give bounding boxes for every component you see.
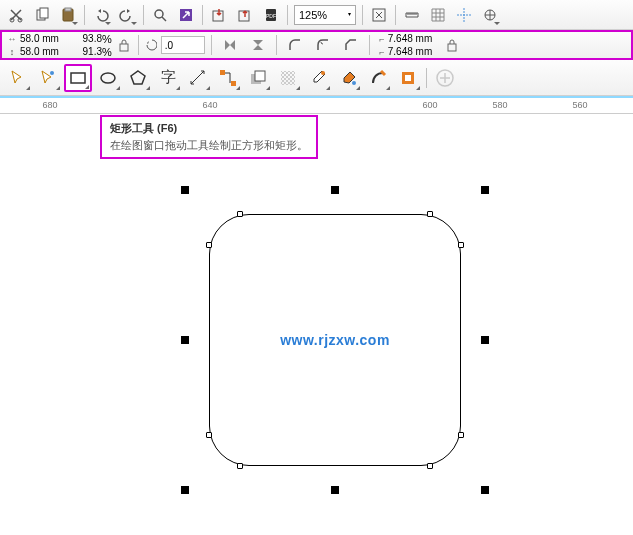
flyout-icon	[356, 86, 360, 90]
resize-handle-ne[interactable]	[481, 186, 489, 194]
zoom-combo[interactable]: ▾	[294, 5, 356, 25]
flyout-icon	[296, 86, 300, 90]
corner-node[interactable]	[206, 242, 212, 248]
text-icon: 字	[161, 68, 176, 87]
flyout-icon	[26, 86, 30, 90]
drawing-canvas[interactable]: www.rjzxw.com	[0, 130, 633, 535]
rulers-button[interactable]	[400, 3, 424, 27]
outline-tool[interactable]	[364, 64, 392, 92]
corner-node[interactable]	[206, 432, 212, 438]
corner-node[interactable]	[237, 211, 243, 217]
width-input[interactable]	[18, 33, 68, 44]
shape-tool[interactable]	[34, 64, 62, 92]
standard-toolbar: PDF ▾	[0, 0, 633, 30]
separator	[395, 5, 396, 25]
height-icon: ↕	[6, 46, 18, 58]
rotation-input[interactable]	[161, 36, 205, 54]
crop-tool[interactable]	[394, 64, 422, 92]
resize-handle-w[interactable]	[181, 336, 189, 344]
scale-x-input[interactable]	[72, 33, 102, 44]
fill-tool[interactable]	[334, 64, 362, 92]
resize-handle-e[interactable]	[481, 336, 489, 344]
guides-button[interactable]	[452, 3, 476, 27]
svg-rect-29	[405, 75, 411, 81]
corner-tr-input[interactable]	[388, 33, 440, 44]
fullscreen-button[interactable]	[367, 3, 391, 27]
flyout-icon	[326, 86, 330, 90]
svg-point-6	[155, 10, 163, 18]
add-tool-button[interactable]	[431, 64, 459, 92]
svg-rect-14	[120, 44, 128, 51]
redo-button[interactable]	[115, 3, 139, 27]
corner-br-input[interactable]	[388, 46, 440, 57]
separator	[202, 5, 203, 25]
copy-button[interactable]	[30, 3, 54, 27]
selected-shape[interactable]: www.rjzxw.com	[185, 190, 485, 490]
resize-handle-s[interactable]	[331, 486, 339, 494]
corner-node[interactable]	[458, 432, 464, 438]
svg-rect-5	[65, 8, 71, 11]
separator	[426, 68, 427, 88]
resize-handle-sw[interactable]	[181, 486, 189, 494]
corner-scallop-button[interactable]	[311, 33, 335, 57]
connector-tool[interactable]	[214, 64, 242, 92]
corner-node[interactable]	[427, 211, 433, 217]
flyout-icon	[176, 86, 180, 90]
polygon-tool[interactable]	[124, 64, 152, 92]
pick-tool[interactable]	[4, 64, 32, 92]
scale-group: % %	[72, 32, 112, 58]
corner-node[interactable]	[458, 242, 464, 248]
svg-text:PDF: PDF	[266, 13, 276, 19]
mirror-v-button[interactable]	[246, 33, 270, 57]
ruler-tick: 600	[422, 100, 437, 110]
rectangle-tool[interactable]	[64, 64, 92, 92]
corner-node[interactable]	[427, 463, 433, 469]
tooltip-title: 矩形工具 (F6)	[110, 121, 308, 136]
undo-button[interactable]	[89, 3, 113, 27]
chevron-down-icon	[494, 22, 500, 25]
resize-handle-se[interactable]	[481, 486, 489, 494]
flyout-icon	[206, 86, 210, 90]
launch-button[interactable]	[174, 3, 198, 27]
import-button[interactable]	[207, 3, 231, 27]
zoom-dropdown[interactable]: ▾	[343, 10, 355, 19]
scale-y-input[interactable]	[72, 46, 102, 57]
mirror-h-button[interactable]	[218, 33, 242, 57]
cut-button[interactable]	[4, 3, 28, 27]
eyedropper-tool[interactable]	[304, 64, 332, 92]
text-tool[interactable]: 字	[154, 64, 182, 92]
tooltip: 矩形工具 (F6) 在绘图窗口拖动工具绘制正方形和矩形。	[100, 115, 318, 159]
pdf-button[interactable]: PDF	[259, 3, 283, 27]
chevron-down-icon	[105, 22, 111, 25]
lock-ratio-button[interactable]	[116, 33, 132, 57]
flyout-icon	[85, 85, 89, 89]
snap-button[interactable]	[478, 3, 502, 27]
corner-tr-icon: ⌐	[376, 33, 388, 45]
paste-button[interactable]	[56, 3, 80, 27]
height-input[interactable]	[18, 46, 68, 57]
toolbox: 字	[0, 60, 633, 96]
svg-point-27	[352, 81, 356, 85]
grid-button[interactable]	[426, 3, 450, 27]
svg-point-26	[321, 71, 325, 75]
corner-node[interactable]	[237, 463, 243, 469]
zoom-input[interactable]	[295, 9, 343, 21]
corner-chamfer-button[interactable]	[339, 33, 363, 57]
ellipse-tool[interactable]	[94, 64, 122, 92]
resize-handle-nw[interactable]	[181, 186, 189, 194]
chevron-down-icon	[72, 22, 78, 25]
percent-label: %	[102, 33, 112, 45]
svg-point-18	[101, 73, 115, 83]
effects-tool[interactable]	[244, 64, 272, 92]
svg-rect-23	[281, 71, 295, 85]
dimension-tool[interactable]	[184, 64, 212, 92]
search-button[interactable]	[148, 3, 172, 27]
ruler-tick: 640	[202, 100, 217, 110]
horizontal-ruler[interactable]: 680640600580560	[0, 96, 633, 114]
flyout-icon	[56, 86, 60, 90]
corner-round-button[interactable]	[283, 33, 307, 57]
transparency-tool[interactable]	[274, 64, 302, 92]
lock-corners-button[interactable]	[444, 33, 460, 57]
resize-handle-n[interactable]	[331, 186, 339, 194]
export-button[interactable]	[233, 3, 257, 27]
